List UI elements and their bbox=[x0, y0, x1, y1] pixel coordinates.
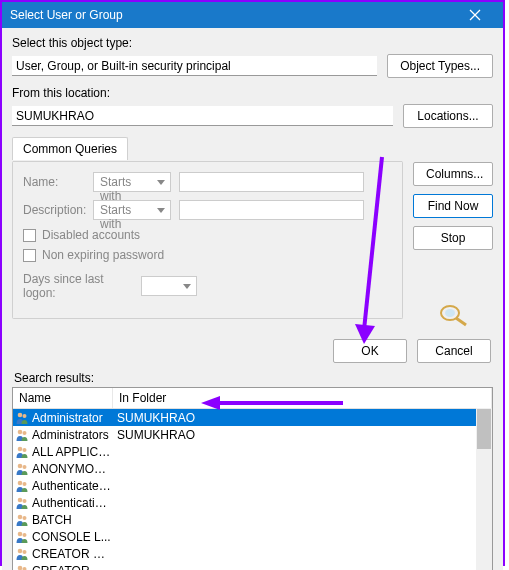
svg-point-11 bbox=[18, 463, 23, 468]
object-type-field[interactable] bbox=[12, 56, 377, 76]
description-label: Description: bbox=[23, 203, 85, 217]
row-folder: SUMUKHRAO bbox=[111, 428, 492, 442]
results-list[interactable]: Name In Folder AdministratorSUMUKHRAOAdm… bbox=[12, 387, 493, 570]
svg-point-18 bbox=[23, 516, 27, 520]
table-row[interactable]: CREATOR G... bbox=[13, 545, 492, 562]
table-row[interactable]: ANONYMOU... bbox=[13, 460, 492, 477]
object-types-button[interactable]: Object Types... bbox=[387, 54, 493, 78]
table-row[interactable]: Authenticated... bbox=[13, 477, 492, 494]
svg-point-12 bbox=[23, 465, 27, 469]
days-since-label: Days since last logon: bbox=[23, 272, 133, 300]
tab-common-queries[interactable]: Common Queries bbox=[12, 137, 128, 160]
window-title: Select User or Group bbox=[10, 8, 123, 22]
svg-point-15 bbox=[18, 497, 23, 502]
user-group-icon bbox=[15, 530, 29, 544]
user-group-icon bbox=[15, 411, 29, 425]
table-row[interactable]: AdministratorsSUMUKHRAO bbox=[13, 426, 492, 443]
svg-point-22 bbox=[23, 550, 27, 554]
name-label: Name: bbox=[23, 175, 85, 189]
cancel-button[interactable]: Cancel bbox=[417, 339, 491, 363]
scrollbar[interactable] bbox=[476, 408, 492, 570]
svg-point-9 bbox=[18, 446, 23, 451]
svg-point-4 bbox=[445, 309, 455, 317]
table-row[interactable]: CONSOLE L... bbox=[13, 528, 492, 545]
titlebar[interactable]: Select User or Group bbox=[2, 2, 503, 28]
ok-button[interactable]: OK bbox=[333, 339, 407, 363]
column-name[interactable]: Name bbox=[13, 388, 113, 408]
row-name: Administrators bbox=[32, 428, 109, 442]
table-row[interactable]: ALL APPLICA... bbox=[13, 443, 492, 460]
row-name: Administrator bbox=[32, 411, 103, 425]
non-expiring-label: Non expiring password bbox=[42, 248, 164, 262]
row-name: ALL APPLICA... bbox=[32, 445, 111, 459]
description-input[interactable] bbox=[179, 200, 364, 220]
svg-point-24 bbox=[23, 567, 27, 571]
find-now-button[interactable]: Find Now bbox=[413, 194, 493, 218]
svg-point-7 bbox=[18, 429, 23, 434]
svg-point-20 bbox=[23, 533, 27, 537]
table-row[interactable]: CREATOR O... bbox=[13, 562, 492, 570]
column-folder[interactable]: In Folder bbox=[113, 388, 492, 408]
scrollbar-thumb[interactable] bbox=[477, 409, 491, 449]
svg-point-10 bbox=[23, 448, 27, 452]
search-results-label: Search results: bbox=[14, 371, 493, 385]
location-label: From this location: bbox=[12, 86, 493, 100]
svg-point-16 bbox=[23, 499, 27, 503]
user-group-icon bbox=[15, 513, 29, 527]
row-name: Authenticated... bbox=[32, 479, 111, 493]
user-group-icon bbox=[15, 445, 29, 459]
svg-point-21 bbox=[18, 548, 23, 553]
row-folder: SUMUKHRAO bbox=[111, 411, 492, 425]
table-row[interactable]: Authenticatio... bbox=[13, 494, 492, 511]
row-name: Authenticatio... bbox=[32, 496, 111, 510]
row-name: CREATOR G... bbox=[32, 547, 111, 561]
user-group-icon bbox=[15, 496, 29, 510]
days-since-select[interactable] bbox=[141, 276, 197, 296]
svg-point-17 bbox=[18, 514, 23, 519]
user-group-icon bbox=[15, 564, 29, 571]
svg-point-19 bbox=[18, 531, 23, 536]
non-expiring-checkbox[interactable] bbox=[23, 249, 36, 262]
name-input[interactable] bbox=[179, 172, 364, 192]
columns-button[interactable]: Columns... bbox=[413, 162, 493, 186]
disabled-accounts-checkbox[interactable] bbox=[23, 229, 36, 242]
object-type-label: Select this object type: bbox=[12, 36, 493, 50]
svg-point-13 bbox=[18, 480, 23, 485]
stop-button[interactable]: Stop bbox=[413, 226, 493, 250]
svg-point-5 bbox=[18, 412, 23, 417]
dialog-window: Select User or Group Select this object … bbox=[0, 0, 505, 566]
svg-point-6 bbox=[23, 414, 27, 418]
user-group-icon bbox=[15, 462, 29, 476]
desc-match-select[interactable]: Starts with bbox=[93, 200, 171, 220]
disabled-accounts-label: Disabled accounts bbox=[42, 228, 140, 242]
svg-point-14 bbox=[23, 482, 27, 486]
table-row[interactable]: AdministratorSUMUKHRAO bbox=[13, 409, 492, 426]
search-icon bbox=[436, 302, 470, 331]
close-button[interactable] bbox=[455, 2, 495, 28]
user-group-icon bbox=[15, 428, 29, 442]
svg-line-3 bbox=[456, 318, 466, 325]
svg-point-23 bbox=[18, 565, 23, 570]
row-name: BATCH bbox=[32, 513, 72, 527]
user-group-icon bbox=[15, 547, 29, 561]
row-name: ANONYMOU... bbox=[32, 462, 111, 476]
row-name: CREATOR O... bbox=[32, 564, 111, 571]
table-row[interactable]: BATCH bbox=[13, 511, 492, 528]
name-match-select[interactable]: Starts with bbox=[93, 172, 171, 192]
location-field[interactable] bbox=[12, 106, 393, 126]
row-name: CONSOLE L... bbox=[32, 530, 111, 544]
locations-button[interactable]: Locations... bbox=[403, 104, 493, 128]
svg-point-8 bbox=[23, 431, 27, 435]
user-group-icon bbox=[15, 479, 29, 493]
